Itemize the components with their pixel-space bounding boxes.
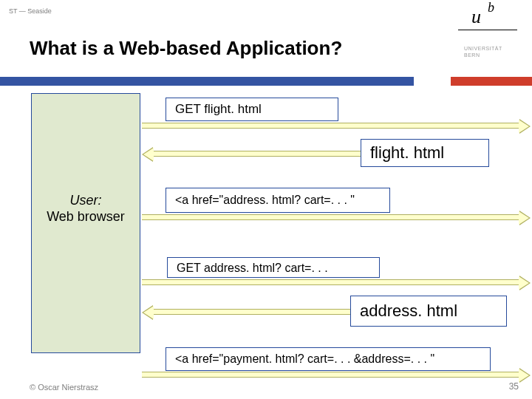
msg-text: address. html <box>360 301 457 321</box>
arrow-address-response <box>154 309 350 315</box>
arrow-href-payment <box>142 372 519 378</box>
user-label-browser: Web browser <box>32 209 140 225</box>
user-actor-box: User: Web browser <box>31 93 140 353</box>
logo-university-name: UNIVERSITÄT BERN <box>464 46 502 59</box>
msg-text: GET flight. html <box>175 102 262 117</box>
msg-href-payment: <a href="payment. html? cart=. . . &addr… <box>166 347 491 371</box>
arrow-get-flight <box>142 123 519 129</box>
msg-address-html: address. html <box>350 296 507 327</box>
logo-line1: UNIVERSITÄT <box>464 46 502 51</box>
logo-letter-b: b <box>488 0 494 16</box>
msg-get-flight: GET flight. html <box>166 98 338 121</box>
page-number: 35 <box>509 381 519 392</box>
msg-text: <a href="payment. html? cart=. . . &addr… <box>175 352 434 366</box>
slide-root: ST — Seaside What is a Web-based Applica… <box>0 0 532 399</box>
msg-flight-html: flight. html <box>361 139 489 167</box>
user-label-role: User: <box>32 193 140 208</box>
arrow-get-address <box>142 279 519 285</box>
arrow-href-address <box>142 214 519 220</box>
slide-title: What is a Web-based Application? <box>30 37 342 60</box>
msg-get-address: GET address. html? cart=. . . <box>167 257 380 278</box>
logo-line2: BERN <box>464 52 480 58</box>
msg-text: flight. html <box>370 143 444 163</box>
title-underline <box>0 77 414 86</box>
logo-letter-u: u <box>471 6 481 28</box>
arrow-flight-response <box>154 151 361 157</box>
msg-text: GET address. html? cart=. . . <box>177 262 328 275</box>
copyright-text: © Oscar Nierstrasz <box>30 383 98 392</box>
msg-text: <a href="address. html? cart=. . . " <box>175 194 355 207</box>
logo-underline <box>458 30 517 30</box>
msg-href-address: <a href="address. html? cart=. . . " <box>166 188 390 213</box>
course-tag: ST — Seaside <box>9 7 52 15</box>
